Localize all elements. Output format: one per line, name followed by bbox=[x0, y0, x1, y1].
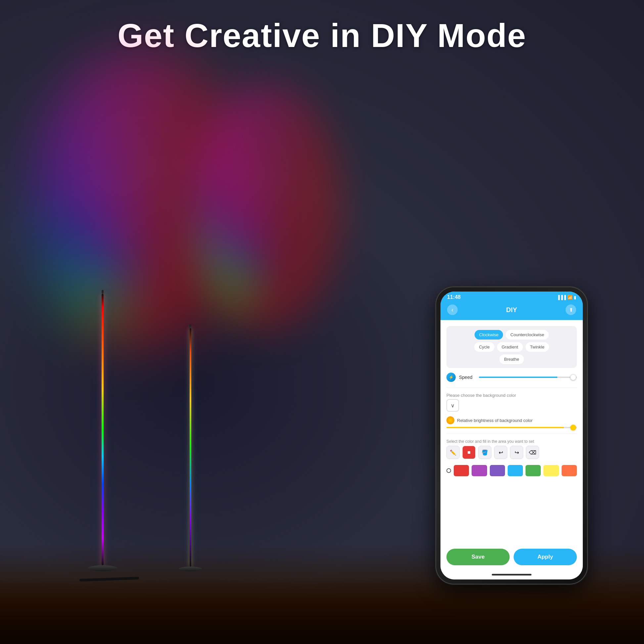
mode-counterclockwise-button[interactable]: Counterclockwise bbox=[506, 330, 549, 340]
brightness-sun-icon bbox=[446, 416, 454, 424]
speed-icon-symbol: ⚡ bbox=[449, 375, 454, 380]
mode-twinkle-button[interactable]: Twinkle bbox=[526, 342, 549, 352]
wifi-icon: 📶 bbox=[567, 295, 573, 300]
lamp-right-top bbox=[189, 324, 191, 328]
app-header: ‹ DIY ⬆ bbox=[440, 302, 583, 320]
color-palette bbox=[446, 465, 577, 476]
lamp-right-pole bbox=[190, 328, 191, 567]
color-tools-section: Select the color and fill in the area yo… bbox=[446, 439, 577, 459]
tool-bucket-button[interactable]: 🪣 bbox=[478, 446, 491, 459]
lamp-right-glow bbox=[192, 83, 341, 331]
color-swatch-purple[interactable] bbox=[472, 465, 487, 476]
lamp-right-base bbox=[179, 567, 202, 571]
tool-undo-button[interactable]: ↩ bbox=[494, 446, 507, 459]
speed-slider[interactable] bbox=[479, 377, 577, 378]
lamp-left-base bbox=[88, 565, 117, 571]
pencil-icon: ✏️ bbox=[450, 449, 456, 456]
phone-mockup: 11:48 ▐▐▐ 📶 ▮ ‹ DIY ⬆ Clockwise Cou bbox=[436, 287, 588, 584]
brightness-row: Relative brightness of background color bbox=[446, 416, 577, 424]
lamp-left-pole bbox=[102, 294, 104, 565]
status-time: 11:48 bbox=[447, 294, 461, 300]
background-color-picker[interactable]: ∨ bbox=[446, 399, 459, 412]
phone-screen: 11:48 ▐▐▐ 📶 ▮ ‹ DIY ⬆ Clockwise Cou bbox=[440, 292, 583, 579]
tool-pencil-button[interactable]: ✏️ bbox=[446, 446, 460, 459]
mode-breathe-button[interactable]: Breathe bbox=[499, 354, 524, 364]
background-color-section: Please choose the background color ∨ bbox=[446, 393, 577, 412]
lamp-left bbox=[88, 290, 117, 571]
share-button[interactable]: ⬆ bbox=[566, 304, 576, 315]
battery-icon: ▮ bbox=[574, 295, 576, 300]
separator-1 bbox=[446, 387, 577, 388]
mode-gradient-button[interactable]: Gradient bbox=[497, 342, 523, 352]
tool-redo-button[interactable]: ↪ bbox=[510, 446, 523, 459]
home-bar bbox=[492, 574, 531, 575]
app-content: Clockwise Counterclockwise Cycle Gradien… bbox=[440, 320, 583, 545]
lamp-left-top bbox=[102, 290, 104, 294]
mode-selector: Clockwise Counterclockwise Cycle Gradien… bbox=[446, 326, 577, 368]
color-swatch-blue[interactable] bbox=[508, 465, 523, 476]
bucket-icon: 🪣 bbox=[482, 449, 488, 456]
color-swatch-green[interactable] bbox=[526, 465, 541, 476]
color-swatch-indigo[interactable] bbox=[490, 465, 505, 476]
background-color-label: Please choose the background color bbox=[446, 393, 577, 398]
save-button[interactable]: Save bbox=[446, 549, 510, 565]
tool-delete-button[interactable]: ⌫ bbox=[526, 446, 539, 459]
undo-icon: ↩ bbox=[499, 449, 503, 456]
action-buttons: Save Apply bbox=[440, 545, 583, 571]
brightness-section: Relative brightness of background color bbox=[446, 416, 577, 428]
fill-icon: ■ bbox=[467, 449, 471, 455]
back-button[interactable]: ‹ bbox=[447, 304, 458, 315]
palette-radio[interactable] bbox=[446, 468, 451, 473]
mode-row-1: Clockwise Counterclockwise bbox=[450, 330, 573, 340]
mode-cycle-button[interactable]: Cycle bbox=[474, 342, 494, 352]
color-swatch-yellow[interactable] bbox=[543, 465, 559, 476]
speed-section: ⚡ Speed bbox=[446, 373, 577, 382]
home-indicator bbox=[440, 571, 583, 579]
color-swatch-red[interactable] bbox=[454, 465, 469, 476]
apply-button[interactable]: Apply bbox=[514, 549, 577, 565]
mode-clockwise-button[interactable]: Clockwise bbox=[475, 330, 503, 340]
signal-icon: ▐▐▐ bbox=[557, 295, 566, 300]
tool-row: ✏️ ■ 🪣 ↩ ↪ ⌫ bbox=[446, 446, 577, 459]
color-tools-label: Select the color and fill in the area yo… bbox=[446, 439, 577, 444]
speed-label: Speed bbox=[459, 375, 476, 380]
status-icons: ▐▐▐ 📶 ▮ bbox=[557, 295, 576, 300]
page-title: Get Creative in DIY Mode bbox=[0, 17, 644, 55]
mode-row-2: Cycle Gradient Twinkle bbox=[450, 342, 573, 352]
share-icon: ⬆ bbox=[569, 307, 573, 313]
back-icon: ‹ bbox=[451, 306, 453, 313]
redo-icon: ↪ bbox=[515, 449, 519, 456]
speed-icon: ⚡ bbox=[446, 373, 456, 382]
header-title: DIY bbox=[506, 306, 517, 314]
mode-row-3: Breathe bbox=[450, 354, 573, 364]
status-bar: 11:48 ▐▐▐ 📶 ▮ bbox=[440, 292, 583, 302]
lamp-right bbox=[179, 324, 202, 571]
separator-2 bbox=[446, 434, 577, 434]
tool-fill-button[interactable]: ■ bbox=[462, 446, 476, 459]
brightness-slider-thumb[interactable] bbox=[570, 425, 576, 431]
speed-slider-thumb[interactable] bbox=[570, 374, 576, 380]
brightness-slider[interactable] bbox=[446, 427, 577, 428]
floor-reflection bbox=[0, 578, 644, 644]
delete-icon: ⌫ bbox=[529, 449, 536, 456]
brightness-label: Relative brightness of background color bbox=[457, 418, 532, 423]
chevron-down-icon: ∨ bbox=[451, 402, 455, 409]
color-swatch-orange[interactable] bbox=[562, 465, 577, 476]
